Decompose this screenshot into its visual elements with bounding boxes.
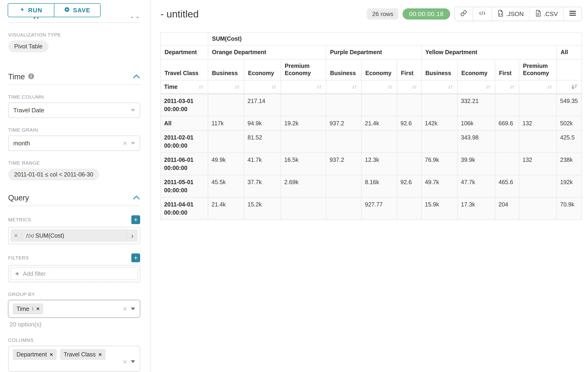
- clear-icon[interactable]: ×: [123, 305, 127, 312]
- save-button[interactable]: SAVE: [54, 4, 100, 17]
- add-filter-dropzone[interactable]: + Add filter: [10, 267, 138, 280]
- column-leaf-header: Economy: [457, 59, 495, 80]
- value-cell: 39.9k: [457, 153, 495, 175]
- value-cell: [208, 130, 244, 153]
- view-query-button[interactable]: [472, 7, 492, 21]
- clear-icon[interactable]: ×: [123, 358, 127, 365]
- column-group-header: Purple Department: [326, 45, 421, 59]
- filters-label: FILTERS: [8, 255, 29, 261]
- sort-header-cell[interactable]: [326, 80, 361, 94]
- remove-tag-icon[interactable]: ×: [50, 351, 53, 358]
- visualization-type-label: VISUALIZATION TYPE: [8, 32, 140, 38]
- value-cell: 132: [519, 153, 557, 175]
- sort-toggle-icon[interactable]: [387, 84, 393, 90]
- remove-tag-icon[interactable]: ×: [36, 306, 40, 312]
- chevron-down-icon: [131, 308, 135, 310]
- sort-header-cell[interactable]: [361, 80, 397, 94]
- group-by-tag[interactable]: Time i ×: [13, 303, 43, 314]
- column-leaf-header: Business: [326, 59, 361, 80]
- remove-tag-icon[interactable]: ×: [99, 351, 102, 358]
- sort-header-cell[interactable]: [519, 80, 557, 94]
- value-cell: [421, 130, 457, 153]
- sort-toggle-icon[interactable]: [351, 84, 358, 90]
- value-cell: 47.7k: [457, 175, 495, 197]
- time-grain-select[interactable]: month ×: [8, 136, 140, 151]
- value-cell: 16.5k: [281, 153, 326, 175]
- sort-toggle-icon[interactable]: [411, 84, 418, 90]
- expand-metric-icon[interactable]: ›: [126, 230, 138, 241]
- column-leaf-header: Business: [421, 59, 457, 80]
- sort-toggle-icon[interactable]: [508, 84, 515, 90]
- plus-circle-icon: [64, 7, 70, 14]
- table-row: 2011-06-01 00:00:0049.9k41.7k16.5k937.21…: [161, 153, 582, 175]
- sort-header-cell[interactable]: [557, 80, 582, 94]
- row-header-cell: 2011-04-01 00:00:00: [161, 197, 208, 220]
- add-metric-button[interactable]: +: [131, 215, 140, 224]
- sort-header-cell[interactable]: [495, 80, 519, 94]
- add-filter-placeholder: Add filter: [23, 270, 46, 277]
- json-file-icon: [498, 10, 504, 18]
- pivot-table: SUM(Cost)DepartmentOrange DepartmentPurp…: [160, 32, 582, 220]
- sort-toggle-icon[interactable]: [270, 84, 277, 90]
- export-csv-label: .CSV: [544, 11, 558, 18]
- columns-tag[interactable]: Travel Class ×: [60, 349, 105, 360]
- value-cell: 937.2: [326, 153, 361, 175]
- sort-header-cell[interactable]: [208, 80, 244, 94]
- sort-toggle-icon[interactable]: [198, 84, 205, 90]
- add-filter-button[interactable]: +: [131, 254, 140, 262]
- query-section-header[interactable]: Query: [8, 193, 140, 202]
- columns-tag[interactable]: Department ×: [13, 349, 57, 360]
- row-count-badge: 26 rows: [367, 8, 398, 20]
- value-cell: 17.3k: [457, 197, 495, 220]
- sort-toggle-icon[interactable]: [316, 84, 323, 90]
- metric-item[interactable]: × ƒ(x) SUM(Cost) ›: [10, 229, 138, 242]
- share-link-button[interactable]: [455, 7, 472, 21]
- columns-select[interactable]: Department × Travel Class × ×: [8, 346, 140, 372]
- sort-header-cell[interactable]: [244, 80, 281, 94]
- column-group-header: All: [557, 45, 582, 59]
- export-csv-button[interactable]: .CSV: [529, 7, 563, 21]
- group-by-tag-label: Time: [17, 306, 29, 312]
- time-range-value[interactable]: 2011-01-01 ≤ col < 2011-06-30: [8, 169, 99, 181]
- clear-icon[interactable]: ×: [123, 139, 127, 147]
- time-axis-cell[interactable]: Time: [161, 80, 208, 94]
- control-panel-scroll[interactable]: Chart Type VISUALIZATION TYPE Pivot Tabl…: [0, 0, 151, 372]
- department-axis-cell: Department: [161, 45, 208, 59]
- value-cell: [326, 94, 361, 116]
- visualization-type-value[interactable]: Pivot Table: [8, 41, 49, 52]
- time-column-select[interactable]: Travel Date: [8, 103, 140, 118]
- sort-toggle-icon[interactable]: [234, 84, 241, 90]
- chevron-up-icon[interactable]: [133, 74, 140, 80]
- group-by-select[interactable]: Time i × ×: [8, 300, 140, 318]
- plus-icon: +: [15, 270, 19, 278]
- export-json-button[interactable]: .JSON: [492, 7, 529, 21]
- sort-desc-active-icon[interactable]: [571, 84, 578, 90]
- sort-header-cell[interactable]: [457, 80, 495, 94]
- menu-button[interactable]: [563, 7, 581, 21]
- sort-toggle-icon[interactable]: [484, 84, 492, 90]
- value-cell: 15.9k: [421, 197, 457, 220]
- value-cell: 92.6: [397, 175, 421, 197]
- sort-toggle-icon[interactable]: [447, 84, 454, 90]
- chart-title[interactable]: - untitled: [160, 8, 199, 20]
- columns-tag-label: Travel Class: [64, 351, 96, 358]
- value-cell: [397, 94, 421, 116]
- value-cell: [495, 94, 519, 116]
- sort-header-cell[interactable]: [281, 80, 326, 94]
- value-cell: 425.5: [557, 130, 582, 153]
- run-button[interactable]: RUN: [8, 4, 54, 17]
- metrics-label: METRICS: [8, 217, 31, 223]
- pivot-corner-cell: [161, 32, 208, 45]
- column-leaf-header: First: [397, 59, 421, 80]
- value-cell: 70.9k: [557, 197, 582, 220]
- sort-toggle-icon[interactable]: [546, 84, 553, 90]
- run-save-button-group: RUN SAVE: [8, 3, 101, 17]
- chevron-up-icon[interactable]: [133, 195, 140, 201]
- sort-header-cell[interactable]: [397, 80, 421, 94]
- column-leaf-header: Economy: [361, 59, 397, 80]
- sort-header-cell[interactable]: [421, 80, 457, 94]
- time-grain-label: TIME GRAIN: [8, 127, 140, 133]
- remove-metric-icon[interactable]: ×: [10, 232, 22, 239]
- pivot-table-head: SUM(Cost)DepartmentOrange DepartmentPurp…: [161, 32, 582, 94]
- time-section-header[interactable]: Time: [8, 72, 140, 81]
